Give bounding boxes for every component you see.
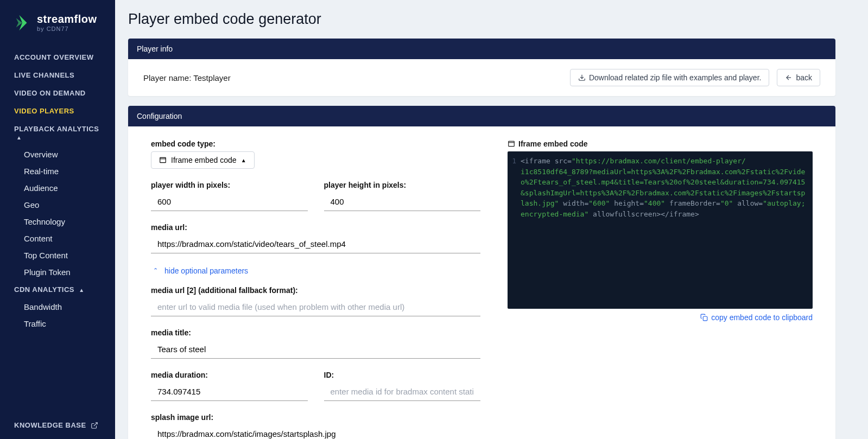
nav-video-on-demand[interactable]: VIDEO ON DEMAND bbox=[0, 84, 115, 102]
nav-knowledge-base[interactable]: KNOWLEDGE BASE bbox=[0, 411, 115, 439]
brand-block: streamflow by CDN77 bbox=[0, 13, 115, 48]
nav-sub-bandwidth[interactable]: Bandwidth bbox=[0, 298, 115, 315]
height-label: player height in pixels: bbox=[324, 181, 481, 189]
code-content: <iframe src="https://bradmax.com/client/… bbox=[521, 156, 807, 304]
nav-sub-plugin-token[interactable]: Plugin Token bbox=[0, 264, 115, 281]
code-preview-title: Iframe embed code bbox=[518, 139, 588, 148]
copy-code-label: copy embed code to clipboard bbox=[711, 313, 813, 322]
nav-group-playback[interactable]: PLAYBACK ANALYTICS ▲ bbox=[0, 120, 115, 146]
copy-code-button[interactable]: copy embed code to clipboard bbox=[508, 313, 813, 322]
embed-type-label: embed code type: bbox=[151, 139, 480, 148]
splash-url-input[interactable] bbox=[151, 425, 480, 440]
player-name: Player name: Testplayer bbox=[143, 73, 231, 82]
configuration-header: Configuration bbox=[128, 106, 835, 126]
media-id-label: ID: bbox=[324, 371, 481, 379]
nav-sub-content[interactable]: Content bbox=[0, 230, 115, 247]
code-block[interactable]: 1 <iframe src="https://bradmax.com/clien… bbox=[508, 151, 813, 309]
nav-knowledge-base-label: KNOWLEDGE BASE bbox=[14, 421, 86, 429]
nav-account-overview[interactable]: ACCOUNT OVERVIEW bbox=[0, 48, 115, 66]
splash-url-label: splash image url: bbox=[151, 413, 480, 422]
main: Player embed code generator Player info … bbox=[115, 0, 868, 439]
nav-live-channels[interactable]: LIVE CHANNELS bbox=[0, 66, 115, 84]
sidebar: streamflow by CDN77 ACCOUNT OVERVIEW LIV… bbox=[0, 0, 115, 439]
configuration-panel: Configuration embed code type: Iframe em… bbox=[128, 106, 835, 439]
svg-rect-5 bbox=[509, 141, 515, 146]
window-icon bbox=[508, 140, 515, 148]
media-duration-label: media duration: bbox=[151, 371, 308, 379]
copy-icon bbox=[700, 314, 708, 321]
nav-group-cdn[interactable]: CDN ANALYTICS ▲ bbox=[0, 281, 115, 298]
nav-sub-top-content[interactable]: Top Content bbox=[0, 247, 115, 264]
height-input[interactable] bbox=[324, 193, 481, 211]
media-duration-input[interactable] bbox=[151, 383, 308, 401]
nav-video-players[interactable]: VIDEO PLAYERS bbox=[0, 102, 115, 120]
nav-sub-geo[interactable]: Geo bbox=[0, 196, 115, 213]
window-icon bbox=[159, 156, 167, 164]
brand-logo-icon bbox=[13, 14, 31, 32]
nav-sub-traffic[interactable]: Traffic bbox=[0, 315, 115, 332]
svg-line-0 bbox=[94, 422, 97, 425]
nav-group-cdn-label: CDN ANALYTICS bbox=[14, 285, 74, 294]
player-name-label: Player name: bbox=[143, 73, 193, 82]
caret-up-icon: ▲ bbox=[79, 287, 84, 293]
caret-up-icon: ▲ bbox=[241, 157, 246, 163]
player-info-header: Player info bbox=[128, 39, 835, 59]
brand-subtitle: by CDN77 bbox=[37, 26, 97, 32]
width-input[interactable] bbox=[151, 193, 308, 211]
media-url-input[interactable] bbox=[151, 235, 480, 253]
nav-sub-audience[interactable]: Audience bbox=[0, 180, 115, 196]
nav-sub-overview[interactable]: Overview bbox=[0, 146, 115, 163]
back-label: back bbox=[796, 73, 812, 82]
toggle-optional-params[interactable]: ⌃ hide optional parameters bbox=[153, 266, 248, 275]
page-title: Player embed code generator bbox=[128, 11, 835, 28]
config-form: embed code type: Iframe embed code ▲ pla… bbox=[136, 139, 486, 439]
nav-sub-technology[interactable]: Technology bbox=[0, 213, 115, 230]
toggle-optional-label: hide optional parameters bbox=[164, 266, 248, 275]
nav-sub-realtime[interactable]: Real-time bbox=[0, 163, 115, 180]
code-preview-header: Iframe embed code bbox=[508, 139, 813, 148]
embed-type-dropdown[interactable]: Iframe embed code ▲ bbox=[151, 151, 255, 169]
nav: ACCOUNT OVERVIEW LIVE CHANNELS VIDEO ON … bbox=[0, 48, 115, 411]
external-link-icon bbox=[91, 422, 98, 429]
brand-name: streamflow bbox=[37, 13, 97, 26]
embed-type-value: Iframe embed code bbox=[171, 156, 237, 164]
player-info-panel: Player info Player name: Testplayer Down… bbox=[128, 39, 835, 96]
media-title-label: media title: bbox=[151, 328, 480, 337]
arrow-left-icon bbox=[785, 74, 793, 81]
media-url-label: media url: bbox=[151, 223, 480, 232]
code-gutter: 1 bbox=[512, 156, 521, 304]
width-label: player width in pixels: bbox=[151, 181, 308, 189]
code-preview: Iframe embed code 1 <iframe src="https:/… bbox=[508, 139, 828, 439]
svg-rect-3 bbox=[160, 157, 166, 162]
media-id-input[interactable] bbox=[324, 383, 481, 401]
media-url2-label: media url [2] (additional fallback forma… bbox=[151, 286, 480, 295]
media-url2-input[interactable] bbox=[151, 298, 480, 316]
download-zip-button[interactable]: Download related zip file with examples … bbox=[570, 69, 770, 86]
nav-group-playback-label: PLAYBACK ANALYTICS bbox=[14, 125, 99, 133]
media-title-input[interactable] bbox=[151, 340, 480, 359]
download-icon bbox=[578, 74, 586, 81]
download-zip-label: Download related zip file with examples … bbox=[589, 73, 762, 82]
back-button[interactable]: back bbox=[777, 69, 820, 86]
chevron-up-icon: ⌃ bbox=[153, 267, 158, 274]
caret-up-icon: ▲ bbox=[16, 135, 22, 141]
svg-rect-7 bbox=[703, 316, 707, 321]
player-name-value: Testplayer bbox=[193, 73, 230, 82]
